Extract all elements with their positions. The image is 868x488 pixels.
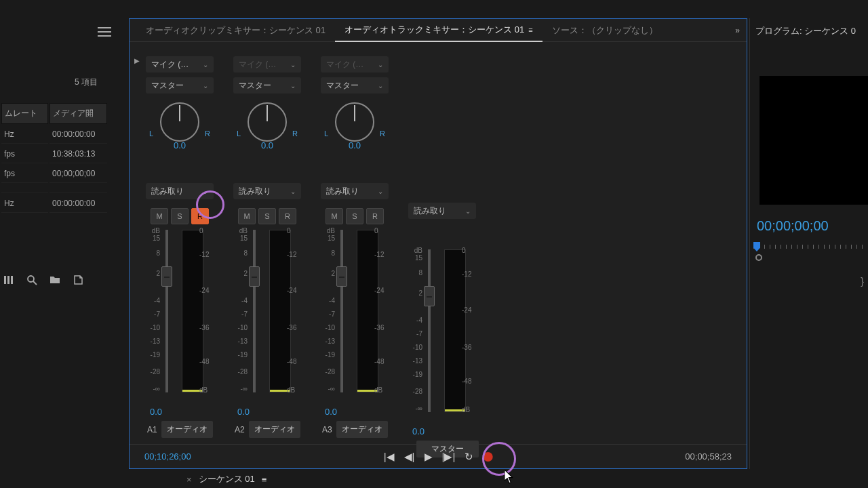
new-item-icon[interactable]: [73, 274, 83, 288]
playhead-icon[interactable]: [753, 242, 760, 251]
panel-tabs: オーディオクリップミキサー：シーケンス 01 オーディオトラックミキサー：シーケ…: [130, 19, 747, 42]
list-view-icon[interactable]: [3, 274, 14, 288]
chevron-down-icon: ⌄: [203, 61, 208, 68]
go-to-in-button[interactable]: |◀: [384, 451, 395, 463]
chevron-down-icon: ⌄: [290, 61, 296, 68]
program-monitor-panel: プログラム: シーケンス 0 00;00;00;00 }: [749, 18, 868, 469]
svg-rect-2: [11, 276, 13, 284]
record-button[interactable]: [483, 452, 492, 462]
fader-track[interactable]: [428, 249, 431, 412]
col-framerate[interactable]: ムレート: [1, 103, 48, 124]
output-dropdown[interactable]: マスター⌄: [146, 77, 214, 94]
automation-mode-dropdown[interactable]: 読み取り⌄: [146, 183, 214, 199]
table-row: Hz00:00:00:00: [1, 125, 107, 144]
channel-a2: マイク (…⌄ マスター⌄ LR 0.0 読み取り⌄ M S R dB1582-…: [225, 56, 309, 458]
fader-scale: dB 15 8 2 -4 -7 -10 -13 -19 -28 -∞: [142, 230, 161, 403]
track-id: A3: [322, 425, 332, 434]
chevron-down-icon: ⌄: [378, 61, 383, 68]
tab-audio-clip-mixer[interactable]: オーディオクリップミキサー：シーケンス 01: [136, 19, 335, 42]
chevron-down-icon: ⌄: [203, 188, 208, 195]
timeline-sequence-tab[interactable]: × シーケンス 01 ≡: [180, 470, 273, 488]
output-dropdown[interactable]: マスター⌄: [233, 77, 301, 94]
play-button[interactable]: ▶: [425, 451, 433, 463]
input-dropdown[interactable]: マイク (…⌄: [146, 56, 214, 73]
fader-value[interactable]: 0.0: [412, 426, 425, 436]
fader-meter: dB1582-4-7-10-13-19-28-∞ 0-12-24-36-48dB: [317, 230, 392, 403]
fader-meter: dB1582-4-7-10-13-19-28-∞ 0-12-24-36-48dB: [405, 249, 479, 422]
fader-value[interactable]: 0.0: [150, 407, 162, 417]
mute-button[interactable]: M: [238, 208, 256, 224]
automation-mode-dropdown[interactable]: 読み取り⌄: [408, 203, 476, 219]
timecode-current[interactable]: 00;10;26;00: [144, 451, 191, 462]
pan-knob[interactable]: [335, 102, 374, 142]
program-ruler[interactable]: [753, 242, 865, 258]
folder-icon[interactable]: [50, 274, 60, 288]
tab-menu-icon[interactable]: ≡: [528, 26, 532, 34]
solo-button[interactable]: S: [171, 208, 189, 224]
program-timecode[interactable]: 00;00;00;00: [757, 218, 829, 234]
transport-bar: 00;10;26;00 |◀ ◀| ▶ |▶| ↻ 00;00;58;23: [130, 444, 747, 468]
chevron-down-icon: ⌄: [290, 188, 296, 195]
record-arm-button[interactable]: R: [279, 208, 296, 224]
table-row: fps00;00;00;00: [1, 165, 107, 183]
audio-track-mixer-panel: オーディオクリップミキサー：シーケンス 01 オーディオトラックミキサー：シーケ…: [129, 18, 747, 469]
fader-handle[interactable]: [424, 286, 435, 306]
fader-value[interactable]: 0.0: [325, 407, 337, 417]
pan-value[interactable]: 0.0: [174, 140, 186, 150]
fader-track[interactable]: [253, 230, 256, 392]
track-name[interactable]: オーディオ: [336, 421, 388, 438]
pan-knob[interactable]: [248, 102, 287, 142]
channel-a3: マイク (…⌄ マスター⌄ LR 0.0 読み取り⌄ M S R dB1582-…: [313, 56, 397, 458]
tab-program[interactable]: プログラム: シーケンス 0: [750, 18, 868, 44]
input-dropdown[interactable]: マイク (…⌄: [321, 56, 389, 73]
fader-handle[interactable]: [336, 266, 347, 287]
step-back-button[interactable]: ◀|: [404, 451, 415, 463]
solo-button[interactable]: S: [346, 208, 363, 224]
search-icon[interactable]: [26, 274, 37, 288]
video-preview[interactable]: [760, 76, 868, 205]
expand-icon[interactable]: }: [861, 276, 864, 287]
fader-track[interactable]: [165, 230, 168, 392]
output-dropdown[interactable]: マスター⌄: [321, 77, 389, 94]
mute-button[interactable]: M: [151, 208, 168, 224]
input-dropdown[interactable]: マイク (…⌄: [233, 56, 301, 73]
fader-handle[interactable]: [249, 266, 260, 287]
track-name[interactable]: オーディオ: [249, 421, 300, 438]
pan-knob[interactable]: [160, 102, 199, 142]
record-arm-button[interactable]: R: [191, 208, 209, 224]
mute-button[interactable]: M: [326, 208, 343, 224]
tabs-overflow-icon[interactable]: »: [735, 26, 740, 35]
track-name[interactable]: オーディオ: [161, 421, 213, 438]
solo-button[interactable]: S: [258, 208, 276, 224]
fader-track[interactable]: [340, 230, 343, 392]
chevron-down-icon: ⌄: [290, 82, 296, 89]
channel-master: 読み取り⌄ dB1582-4-7-10-13-19-28-∞ 0-12-24-3…: [400, 56, 484, 458]
record-arm-button[interactable]: R: [366, 208, 384, 224]
record-icon: [483, 452, 492, 462]
svg-line-4: [33, 281, 37, 285]
close-icon[interactable]: ×: [186, 474, 192, 485]
fader-meter: dB1582-4-7-10-13-19-28-∞ 0-12-24-36-48dB: [230, 230, 304, 403]
tab-source[interactable]: ソース：（クリップなし）: [542, 19, 667, 42]
marker-icon[interactable]: [755, 254, 762, 261]
loop-button[interactable]: ↻: [465, 451, 473, 463]
step-forward-button[interactable]: |▶|: [442, 451, 456, 463]
svg-rect-1: [7, 276, 9, 284]
chevron-down-icon: ⌄: [203, 82, 208, 89]
svg-point-3: [28, 276, 34, 282]
fader-value[interactable]: 0.0: [237, 407, 250, 417]
automation-mode-dropdown[interactable]: 読み取り⌄: [233, 183, 301, 199]
project-panel: 5 項目 ムレート メディア開 Hz00:00:00:00 fps10:38:0…: [0, 0, 129, 488]
svg-rect-0: [4, 276, 6, 284]
tab-audio-track-mixer[interactable]: オーディオトラックミキサー：シーケンス 01≡: [335, 19, 542, 42]
col-media-start[interactable]: メディア開: [50, 103, 107, 124]
pan-value[interactable]: 0.0: [261, 140, 273, 150]
automation-mode-dropdown[interactable]: 読み取り⌄: [321, 183, 389, 199]
tab-menu-icon[interactable]: ≡: [262, 474, 267, 485]
panel-menu-icon[interactable]: [98, 27, 111, 37]
chevron-down-icon: ⌄: [378, 188, 383, 195]
pan-value[interactable]: 0.0: [349, 140, 361, 150]
chevron-down-icon: ⌄: [465, 207, 471, 215]
fader-handle[interactable]: [161, 266, 172, 287]
pan-right-label: R: [205, 129, 210, 138]
